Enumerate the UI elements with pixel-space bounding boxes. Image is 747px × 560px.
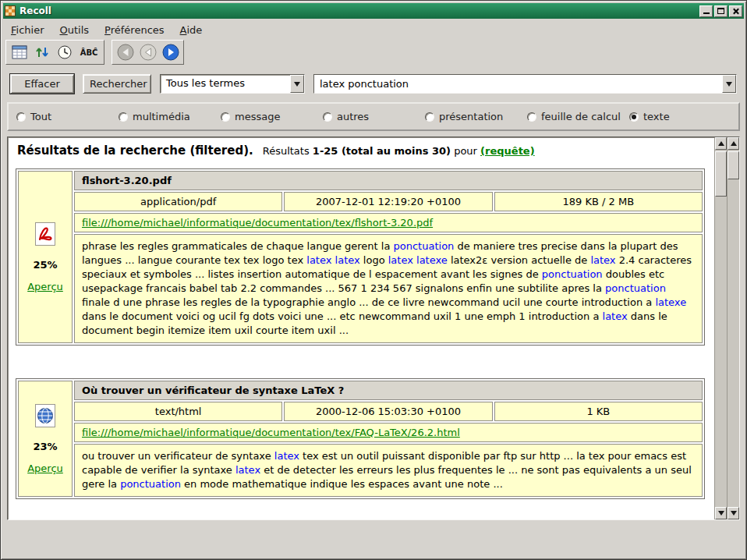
menubar: Fichier Outils Préférences Aide (1, 20, 746, 39)
query-link[interactable]: (requête) (480, 145, 535, 157)
preview-link[interactable]: Aperçu (27, 463, 63, 474)
result-title: flshort-3.20.pdf (74, 171, 703, 190)
sort-button[interactable] (31, 42, 52, 62)
scrollbar-thumb[interactable] (715, 151, 727, 197)
nav-first-page-button[interactable] (115, 42, 136, 62)
toolbar-group-tools: ÂBĈ (5, 40, 104, 65)
maximize-icon (717, 8, 724, 14)
result-side: 25% Aperçu (18, 171, 73, 343)
radio-icon (527, 112, 536, 122)
arrow-up-icon (731, 141, 737, 146)
result-url-link[interactable]: file:///home/michael/informatique/docume… (82, 217, 433, 229)
titlebar[interactable]: Recoll (3, 3, 744, 19)
recoll-window: Recoll Fichier Outils Préférences Aide Â… (0, 0, 747, 560)
result-url-row: file:///home/michael/informatique/docume… (74, 213, 703, 232)
history-clock-icon (58, 45, 72, 59)
results-list: Résultats de la recherche (filtered).Rés… (8, 137, 714, 519)
chevron-down-icon[interactable] (722, 75, 736, 93)
result-item: 23% Aperçu Où trouver un vérificateur de… (16, 378, 705, 499)
sort-arrows-icon (35, 45, 49, 59)
result-snippet: ou trouver un verificateur de syntaxe la… (74, 444, 703, 497)
result-snippet: phrase les regles grammaticales de chaqu… (74, 234, 703, 343)
term-explorer-button[interactable]: ÂBĈ (76, 42, 101, 62)
filter-label: Tout (30, 111, 51, 122)
search-mode-select[interactable]: Tous les termes (160, 74, 305, 94)
arrow-down-icon (731, 511, 737, 516)
radio-icon (16, 112, 26, 122)
app-icon[interactable] (5, 5, 16, 16)
preview-link[interactable]: Aperçu (27, 281, 63, 292)
filter-feuille-de-calcul[interactable]: feuille de calcul (527, 111, 629, 122)
minimize-button[interactable] (699, 5, 713, 17)
menu-fichier[interactable]: Fichier (5, 23, 50, 37)
html-icon[interactable] (34, 403, 56, 431)
radio-icon (323, 112, 332, 122)
window-controls (699, 5, 742, 17)
results-range: 1-25 (total au moins 30) (313, 145, 451, 157)
search-row: Effacer Rechercher Tous les termes (1, 68, 746, 97)
arrow-down-icon (718, 511, 724, 516)
result-size: 189 KB / 2 MB (494, 192, 703, 211)
menu-preferences[interactable]: Préférences (99, 23, 169, 37)
inner-scrollbar[interactable] (714, 137, 727, 519)
result-main: flshort-3.20.pdf application/pdf 2007-12… (74, 171, 703, 343)
filter-texte[interactable]: texte (629, 111, 670, 122)
result-item: 25% Aperçu flshort-3.20.pdf application/… (16, 168, 705, 346)
result-side: 23% Aperçu (18, 381, 73, 497)
table-view-button[interactable] (9, 42, 30, 62)
filter-autres[interactable]: autres (323, 111, 425, 122)
relevance-percent: 25% (33, 259, 57, 271)
chevron-down-icon[interactable] (290, 75, 304, 93)
result-meta: text/html 2000-12-06 15:03:30 +0100 1 KB (74, 402, 703, 421)
scrollbar-track[interactable] (728, 150, 739, 507)
close-button[interactable] (729, 5, 742, 17)
menu-aide[interactable]: Aide (175, 23, 208, 37)
result-url-link[interactable]: file:///home/michael/informatique/docume… (82, 427, 460, 438)
clear-button[interactable]: Effacer (10, 74, 74, 94)
search-mode-value: Tous les termes (161, 75, 290, 93)
radio-icon (629, 112, 639, 122)
arrow-up-icon (718, 141, 724, 146)
results-summary: Résultats 1-25 (total au moins 30) pour … (263, 145, 535, 157)
result-date: 2000-12-06 15:03:30 +0100 (284, 402, 492, 421)
result-mime: text/html (74, 402, 282, 421)
minimize-icon (703, 8, 710, 14)
scroll-up-button[interactable] (728, 137, 739, 150)
nav-prev-page-button[interactable] (137, 42, 158, 62)
search-button[interactable]: Rechercher (83, 74, 151, 94)
menu-outils[interactable]: Outils (55, 23, 95, 37)
filter-tout[interactable]: Tout (16, 111, 119, 122)
table-icon (12, 45, 27, 59)
history-button[interactable] (54, 42, 75, 62)
filter-message[interactable]: message (221, 111, 323, 122)
result-meta: application/pdf 2007-12-01 12:19:20 +010… (74, 192, 703, 211)
result-mime: application/pdf (74, 192, 282, 211)
result-title: Où trouver un vérificateur de syntaxe La… (74, 381, 703, 400)
filter-bar: Tout multimédia message autres présentat… (7, 102, 740, 131)
filter-label: feuille de calcul (541, 111, 621, 122)
nav-first-page-icon (117, 44, 134, 61)
pdf-icon[interactable] (34, 222, 56, 249)
search-input[interactable] (314, 75, 722, 93)
results-area: Résultats de la recherche (filtered).Rés… (7, 136, 740, 520)
filter-presentation[interactable]: présentation (425, 111, 527, 122)
radio-icon (221, 112, 230, 122)
nav-next-page-button[interactable] (160, 42, 181, 62)
scroll-up-button[interactable] (715, 137, 727, 150)
radio-icon (425, 112, 434, 122)
window-title: Recoll (19, 5, 696, 16)
filter-label: présentation (439, 111, 503, 122)
filter-label: autres (337, 111, 369, 122)
scrollbar-track[interactable] (715, 150, 727, 507)
outer-scrollbar[interactable] (727, 137, 739, 519)
toolbar: ÂBĈ (1, 39, 746, 68)
scroll-down-button[interactable] (715, 507, 727, 519)
scrollbar-thumb[interactable] (728, 151, 739, 179)
filter-label: message (235, 111, 280, 122)
result-main: Où trouver un vérificateur de syntaxe La… (74, 381, 703, 497)
scroll-down-button[interactable] (728, 507, 739, 519)
results-header: Résultats de la recherche (filtered).Rés… (17, 144, 705, 158)
nav-prev-page-icon (140, 44, 157, 61)
maximize-button[interactable] (714, 5, 728, 17)
filter-multimedia[interactable]: multimédia (119, 111, 221, 122)
